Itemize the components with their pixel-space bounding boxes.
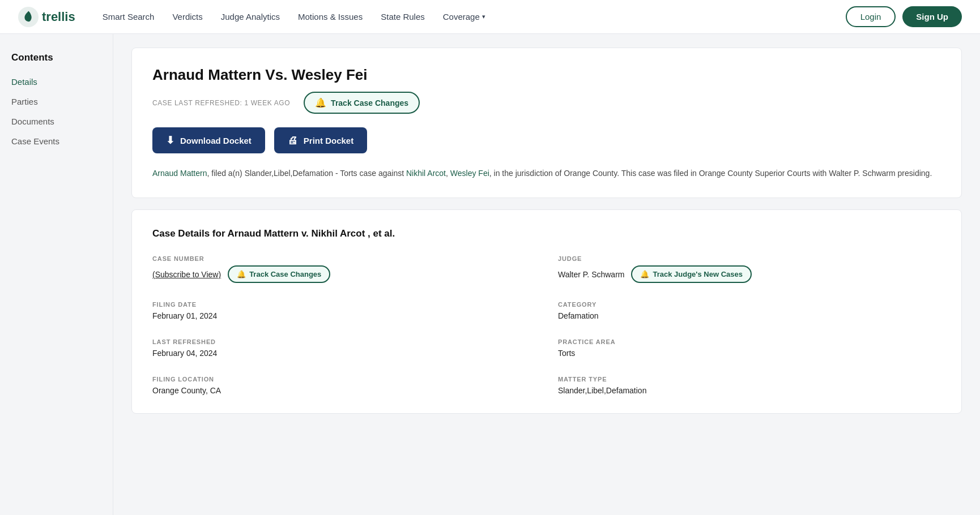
track-judge-new-cases-button[interactable]: 🔔 Track Judge's New Cases: [631, 265, 751, 283]
sidebar: Contents Details Parties Documents Case …: [0, 34, 113, 515]
filing-date-label: FILING DATE: [152, 301, 535, 308]
practice-area-label: PRACTICE AREA: [558, 338, 941, 345]
case-meta-row: CASE LAST REFRESHED: 1 WEEK AGO 🔔 Track …: [152, 92, 941, 114]
detail-filing-date: FILING DATE February 01, 2024: [152, 301, 535, 320]
sidebar-item-case-events[interactable]: Case Events: [11, 136, 101, 146]
case-description: Arnaud Mattern, filed a(n) Slander,Libel…: [152, 167, 941, 179]
brand-name: trellis: [42, 10, 75, 24]
detail-filing-location: FILING LOCATION Orange County, CA: [152, 376, 535, 395]
case-number-row: (Subscribe to View) 🔔 Track Case Changes: [152, 265, 535, 283]
case-number-label: CASE NUMBER: [152, 255, 535, 262]
page-layout: Contents Details Parties Documents Case …: [0, 34, 980, 515]
judge-row: Walter P. Schwarm 🔔 Track Judge's New Ca…: [558, 265, 941, 283]
defendant1-link[interactable]: Nikhil Arcot: [406, 169, 446, 178]
last-refreshed-value: February 04, 2024: [152, 349, 535, 358]
login-button[interactable]: Login: [846, 6, 896, 27]
detail-matter-type: MATTER TYPE Slander,Libel,Defamation: [558, 376, 941, 395]
download-docket-button[interactable]: ⬇ Download Docket: [152, 127, 265, 153]
detail-case-number: CASE NUMBER (Subscribe to View) 🔔 Track …: [152, 255, 535, 283]
main-content: Arnaud Mattern Vs. Wesley Fei CASE LAST …: [113, 34, 980, 515]
nav-coverage[interactable]: Coverage ▾: [443, 12, 485, 22]
nav-smart-search[interactable]: Smart Search: [103, 12, 155, 22]
case-details-card: Case Details for Arnaud Mattern v. Nikhi…: [131, 209, 962, 414]
detail-last-refreshed: LAST REFRESHED February 04, 2024: [152, 338, 535, 358]
judge-label: JUDGE: [558, 255, 941, 262]
category-value: Defamation: [558, 311, 941, 320]
case-refreshed-label: CASE LAST REFRESHED: 1 WEEK AGO: [152, 99, 290, 107]
bell-icon: 🔔: [315, 97, 326, 108]
nav-verdicts[interactable]: Verdicts: [172, 12, 202, 22]
case-title: Arnaud Mattern Vs. Wesley Fei: [152, 66, 941, 84]
judge-value: Walter P. Schwarm: [558, 270, 624, 279]
nav-motions-issues[interactable]: Motions & Issues: [298, 12, 363, 22]
sidebar-item-details[interactable]: Details: [11, 77, 101, 87]
matter-type-label: MATTER TYPE: [558, 376, 941, 383]
nav-judge-analytics[interactable]: Judge Analytics: [221, 12, 280, 22]
track-case-changes-button-details[interactable]: 🔔 Track Case Changes: [228, 265, 330, 283]
print-docket-button[interactable]: 🖨 Print Docket: [274, 127, 367, 153]
sidebar-title: Contents: [11, 52, 101, 63]
signup-button[interactable]: Sign Up: [902, 6, 962, 27]
action-buttons: ⬇ Download Docket 🖨 Print Docket: [152, 127, 941, 153]
defendant2-link[interactable]: Wesley Fei: [450, 169, 489, 178]
category-label: CATEGORY: [558, 301, 941, 308]
bell-icon-judge: 🔔: [640, 270, 649, 278]
track-case-changes-button-header[interactable]: 🔔 Track Case Changes: [304, 92, 420, 114]
plaintiff-link[interactable]: Arnaud Mattern: [152, 169, 207, 178]
download-icon: ⬇: [166, 134, 174, 147]
case-number-value[interactable]: (Subscribe to View): [152, 270, 221, 279]
detail-practice-area: PRACTICE AREA Torts: [558, 338, 941, 358]
details-grid: CASE NUMBER (Subscribe to View) 🔔 Track …: [152, 255, 941, 395]
nav-links: Smart Search Verdicts Judge Analytics Mo…: [103, 12, 846, 22]
matter-type-value: Slander,Libel,Defamation: [558, 386, 941, 395]
nav-state-rules[interactable]: State Rules: [381, 12, 425, 22]
detail-judge: JUDGE Walter P. Schwarm 🔔 Track Judge's …: [558, 255, 941, 283]
case-details-title: Case Details for Arnaud Mattern v. Nikhi…: [152, 228, 941, 239]
logo-link[interactable]: trellis: [18, 7, 75, 27]
filing-location-value: Orange County, CA: [152, 386, 535, 395]
nav-actions: Login Sign Up: [846, 6, 962, 27]
bell-icon-sm: 🔔: [237, 270, 246, 278]
chevron-down-icon: ▾: [482, 13, 485, 20]
last-refreshed-label: LAST REFRESHED: [152, 338, 535, 345]
sidebar-item-documents[interactable]: Documents: [11, 117, 101, 126]
filing-location-label: FILING LOCATION: [152, 376, 535, 383]
detail-category: CATEGORY Defamation: [558, 301, 941, 320]
case-header-card: Arnaud Mattern Vs. Wesley Fei CASE LAST …: [131, 48, 962, 198]
navbar: trellis Smart Search Verdicts Judge Anal…: [0, 0, 980, 34]
practice-area-value: Torts: [558, 349, 941, 358]
print-icon: 🖨: [288, 135, 298, 147]
sidebar-item-parties[interactable]: Parties: [11, 97, 101, 106]
filing-date-value: February 01, 2024: [152, 311, 535, 320]
